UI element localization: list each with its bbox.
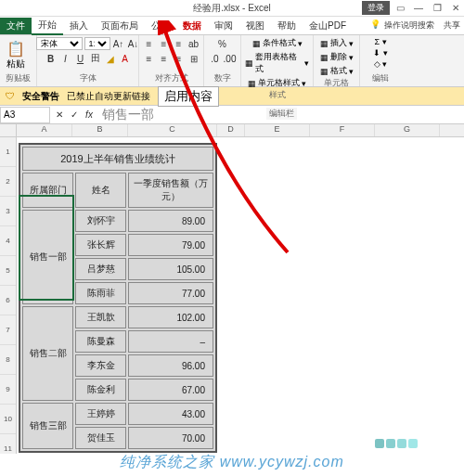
col-head-A[interactable]: A bbox=[17, 124, 72, 136]
tab-review[interactable]: 审阅 bbox=[208, 18, 239, 34]
merge-button[interactable]: ⊞ bbox=[187, 52, 200, 65]
cell-amt[interactable]: 102.00 bbox=[128, 306, 213, 328]
decimal-dec-icon[interactable]: .00 bbox=[224, 52, 237, 65]
col-head-B[interactable]: B bbox=[72, 124, 128, 136]
insert-cells-button[interactable]: ▦ 插入 ▾ bbox=[320, 37, 354, 49]
fx-cancel-icon[interactable]: ✕ bbox=[53, 109, 66, 122]
row-head-6[interactable]: 6 bbox=[0, 286, 16, 315]
row-head-1[interactable]: 1 bbox=[0, 137, 16, 167]
font-name-select[interactable]: 宋体 bbox=[36, 37, 83, 50]
row-head-7[interactable]: 7 bbox=[0, 315, 16, 345]
cell-amt[interactable]: 77.00 bbox=[128, 282, 213, 304]
fx-button[interactable]: fx bbox=[83, 109, 96, 122]
header-amount[interactable]: 一季度销售额（万元） bbox=[128, 173, 213, 208]
wrap-text-button[interactable]: ab bbox=[187, 37, 200, 50]
tell-me-label[interactable]: 操作说明搜索 bbox=[384, 19, 434, 32]
align-center-icon[interactable]: ≡ bbox=[158, 52, 171, 65]
cell-amt[interactable]: – bbox=[128, 330, 213, 353]
restore-icon[interactable]: ❐ bbox=[429, 1, 445, 14]
col-head-E[interactable]: E bbox=[245, 124, 310, 136]
format-cells-button[interactable]: ▦ 格式 ▾ bbox=[320, 65, 354, 77]
tab-file[interactable]: 文件 bbox=[0, 18, 32, 34]
row-head-4[interactable]: 4 bbox=[0, 226, 16, 256]
row-head-5[interactable]: 5 bbox=[0, 256, 16, 286]
cell-dept[interactable]: 销售一部 bbox=[22, 210, 73, 304]
share-button[interactable]: 共享 bbox=[444, 19, 460, 32]
tab-pagelayout[interactable]: 页面布局 bbox=[95, 18, 145, 34]
row-head-2[interactable]: 2 bbox=[0, 167, 16, 197]
close-icon[interactable]: ✕ bbox=[447, 1, 464, 14]
delete-cells-button[interactable]: ▦ 删除 ▾ bbox=[320, 51, 354, 63]
cell-styles-button[interactable]: ▦单元格样式 ▾ bbox=[248, 77, 306, 89]
tab-formulas[interactable]: 公式 bbox=[145, 18, 176, 34]
col-head-G[interactable]: G bbox=[375, 124, 440, 136]
font-size-select[interactable]: 11 bbox=[84, 37, 110, 50]
cell-dept[interactable]: 销售二部 bbox=[22, 306, 73, 401]
tab-home[interactable]: 开始 bbox=[32, 17, 63, 35]
cell-name[interactable]: 刘怀宇 bbox=[75, 210, 126, 232]
cell-dept[interactable]: 销售三部 bbox=[22, 403, 73, 449]
col-head-F[interactable]: F bbox=[310, 124, 375, 136]
tab-view[interactable]: 视图 bbox=[239, 18, 271, 34]
ribbon-options-icon[interactable]: ▭ bbox=[392, 1, 408, 14]
align-right-icon[interactable]: ≡ bbox=[173, 52, 186, 65]
tab-data[interactable]: 数据 bbox=[176, 18, 208, 34]
tab-help[interactable]: 帮助 bbox=[271, 18, 303, 34]
cell-name[interactable]: 李东金 bbox=[75, 354, 126, 377]
col-head-C[interactable]: C bbox=[128, 124, 217, 136]
format-as-table-button[interactable]: ▦套用表格格式 ▾ bbox=[245, 51, 309, 75]
tab-pdf[interactable]: 金山PDF bbox=[303, 18, 353, 34]
col-head-D[interactable]: D bbox=[217, 124, 245, 136]
cell-name[interactable]: 贺佳玉 bbox=[75, 427, 126, 449]
cell-name[interactable]: 张长辉 bbox=[75, 234, 126, 256]
header-name[interactable]: 姓名 bbox=[75, 173, 126, 208]
select-all-corner[interactable] bbox=[0, 124, 17, 136]
table-title[interactable]: 2019上半年销售业绩统计 bbox=[22, 147, 213, 171]
align-middle-icon[interactable]: ≡ bbox=[158, 37, 171, 50]
align-bottom-icon[interactable]: ≡ bbox=[173, 37, 186, 50]
cell-amt[interactable]: 89.00 bbox=[128, 210, 213, 232]
align-top-icon[interactable]: ≡ bbox=[143, 37, 156, 50]
bold-button[interactable]: B bbox=[45, 52, 58, 65]
increase-font-icon[interactable]: A↑ bbox=[112, 37, 125, 50]
align-left-icon[interactable]: ≡ bbox=[143, 52, 156, 65]
row-head-9[interactable]: 9 bbox=[0, 375, 16, 405]
minimize-icon[interactable]: — bbox=[410, 1, 427, 14]
row-head-11[interactable]: 11 bbox=[0, 434, 16, 454]
fill-color-button[interactable]: ◢ bbox=[104, 52, 117, 65]
cell-name[interactable]: 王婷婷 bbox=[75, 403, 126, 425]
paste-button[interactable]: 📋粘贴 bbox=[4, 40, 28, 71]
enable-content-button[interactable]: 启用内容 bbox=[158, 86, 219, 107]
border-button[interactable]: 田 bbox=[89, 52, 102, 65]
data-table[interactable]: 2019上半年销售业绩统计 所属部门 姓名 一季度销售额（万元） 销售一部刘怀宇… bbox=[19, 143, 217, 453]
fx-confirm-icon[interactable]: ✓ bbox=[68, 109, 81, 122]
cell-amt[interactable]: 105.00 bbox=[128, 258, 213, 280]
cell-name[interactable]: 陈金利 bbox=[75, 379, 126, 401]
cell-amt[interactable]: 43.00 bbox=[128, 403, 213, 425]
number-format-button[interactable]: % bbox=[216, 37, 229, 50]
name-box[interactable] bbox=[0, 107, 50, 123]
clear-button[interactable]: ◇ ▾ bbox=[374, 59, 388, 69]
cell-name[interactable]: 王凯歆 bbox=[75, 306, 126, 328]
font-color-button[interactable]: A bbox=[119, 52, 132, 65]
row-head-3[interactable]: 3 bbox=[0, 197, 16, 226]
fill-button[interactable]: ⬇ ▾ bbox=[373, 48, 388, 58]
tab-insert[interactable]: 插入 bbox=[63, 18, 95, 34]
decrease-font-icon[interactable]: A↓ bbox=[127, 37, 140, 50]
autosum-button[interactable]: Σ ▾ bbox=[374, 37, 386, 46]
cell-name[interactable]: 陈雨菲 bbox=[75, 282, 126, 304]
decimal-inc-icon[interactable]: .0 bbox=[209, 52, 222, 65]
cell-amt[interactable]: 70.00 bbox=[128, 427, 213, 449]
header-dept[interactable]: 所属部门 bbox=[22, 173, 73, 208]
conditional-format-button[interactable]: ▦条件格式 ▾ bbox=[252, 37, 303, 49]
cells-area[interactable]: 2019上半年销售业绩统计 所属部门 姓名 一季度销售额（万元） 销售一部刘怀宇… bbox=[17, 137, 464, 454]
underline-button[interactable]: U bbox=[74, 52, 87, 65]
cell-name[interactable]: 吕梦慈 bbox=[75, 258, 126, 280]
tell-me-icon[interactable]: 💡 bbox=[370, 19, 380, 32]
row-head-8[interactable]: 8 bbox=[0, 345, 16, 375]
cell-amt[interactable]: 79.00 bbox=[128, 234, 213, 256]
cell-name[interactable]: 陈曼森 bbox=[75, 330, 126, 353]
italic-button[interactable]: I bbox=[59, 52, 72, 65]
cell-amt[interactable]: 67.00 bbox=[128, 379, 213, 401]
cell-amt[interactable]: 96.00 bbox=[128, 354, 213, 377]
